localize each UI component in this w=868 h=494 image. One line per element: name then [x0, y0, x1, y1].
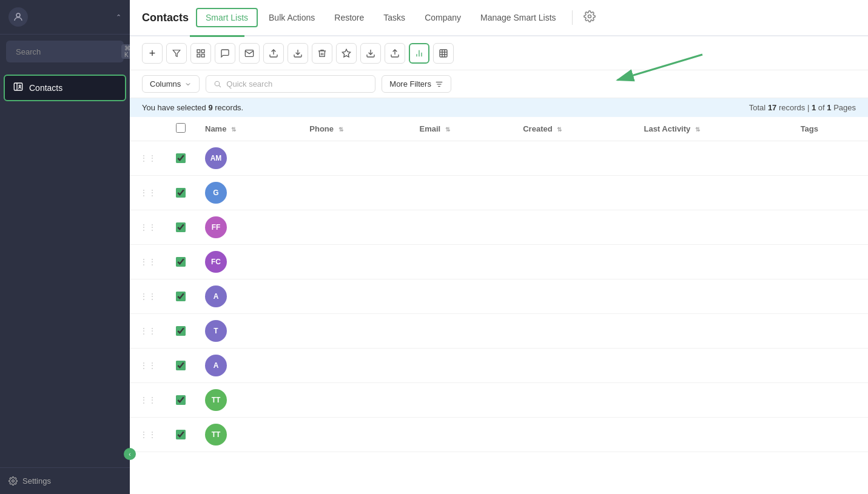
row-checkbox[interactable]: [176, 222, 186, 232]
row-checkbox[interactable]: [176, 361, 186, 370]
settings-icon: [8, 476, 18, 486]
last-activity-sort-icon: ⇅: [695, 126, 700, 133]
row-checkbox[interactable]: [176, 292, 186, 301]
row-checkbox[interactable]: [176, 395, 186, 405]
sidebar-search-input[interactable]: [16, 47, 118, 56]
checkbox-col-header[interactable]: [166, 117, 195, 141]
tab-bulk-actions[interactable]: Bulk Actions: [260, 2, 323, 35]
drag-handle-icon[interactable]: ⋮⋮: [140, 292, 156, 301]
checkbox-cell[interactable]: [166, 141, 195, 176]
avatar-cell[interactable]: A: [195, 349, 300, 383]
selected-count: 9: [208, 103, 212, 112]
drag-handle-icon[interactable]: ⋮⋮: [140, 326, 156, 336]
email-col-header[interactable]: Email ⇅: [409, 117, 513, 141]
sidebar-settings[interactable]: Settings: [0, 467, 130, 494]
columns-button[interactable]: Columns: [142, 75, 200, 93]
sms-button[interactable]: [215, 43, 235, 64]
row-checkbox[interactable]: [176, 153, 186, 163]
more-filters-label: More Filters: [389, 79, 431, 88]
drag-handle-icon[interactable]: ⋮⋮: [140, 222, 156, 232]
name-col-header[interactable]: Name ⇅: [195, 117, 300, 141]
automation-button[interactable]: [190, 43, 211, 64]
last-activity-cell: [634, 141, 790, 176]
avatar-cell[interactable]: TT: [195, 418, 300, 452]
drag-handle-icon[interactable]: ⋮⋮: [140, 395, 156, 405]
tab-tasks[interactable]: Tasks: [375, 2, 414, 35]
more-filters-button[interactable]: More Filters: [382, 75, 451, 93]
table-row: ⋮⋮ T: [130, 314, 868, 349]
table-body: ⋮⋮ AM ⋮⋮ G ⋮⋮: [130, 141, 868, 452]
contacts-icon: [13, 82, 23, 94]
row-checkbox[interactable]: [176, 188, 186, 198]
import-button[interactable]: [263, 43, 284, 64]
sidebar-item-contacts[interactable]: Contacts: [4, 75, 126, 101]
quick-search-input[interactable]: [226, 79, 368, 88]
created-col-header[interactable]: Created ⇅: [513, 117, 634, 141]
svg-line-27: [219, 85, 221, 87]
phone-cell: [300, 383, 409, 418]
phone-cell: [300, 210, 409, 245]
last-activity-cell: [634, 279, 790, 314]
star-button[interactable]: [336, 43, 357, 64]
profile-chevron-icon: ⌃: [116, 13, 121, 21]
avatar-cell[interactable]: TT: [195, 383, 300, 418]
drag-handle-icon[interactable]: ⋮⋮: [140, 257, 156, 267]
tab-restore[interactable]: Restore: [326, 2, 372, 35]
row-checkbox[interactable]: [176, 326, 186, 336]
checkbox-cell[interactable]: [166, 314, 195, 349]
export-button[interactable]: [288, 43, 308, 64]
chevron-down-icon: [184, 81, 192, 88]
row-checkbox[interactable]: [176, 430, 186, 439]
upload-button[interactable]: [385, 43, 405, 64]
drag-handle-cell: ⋮⋮: [130, 383, 166, 418]
phone-col-header[interactable]: Phone ⇅: [300, 117, 409, 141]
filter-button[interactable]: [166, 43, 187, 64]
tab-smart-lists[interactable]: Smart Lists: [196, 8, 258, 27]
checkbox-cell[interactable]: [166, 418, 195, 452]
email-button[interactable]: [239, 43, 260, 64]
checkbox-cell[interactable]: [166, 349, 195, 383]
filter-row: Columns More Filters: [130, 70, 868, 98]
delete-button[interactable]: [312, 43, 332, 64]
drag-handle-icon[interactable]: ⋮⋮: [140, 430, 156, 439]
drag-handle-icon[interactable]: ⋮⋮: [140, 188, 156, 198]
last-activity-cell: [634, 418, 790, 452]
tab-company[interactable]: Company: [416, 2, 469, 35]
checkbox-cell[interactable]: [166, 279, 195, 314]
add-button[interactable]: +: [142, 43, 163, 64]
drag-handle-icon[interactable]: ⋮⋮: [140, 153, 156, 163]
tab-manage-smart-lists[interactable]: Manage Smart Lists: [472, 2, 565, 35]
last-activity-col-header[interactable]: Last Activity ⇅: [634, 117, 790, 141]
svg-point-6: [12, 480, 15, 482]
drag-handle-icon[interactable]: ⋮⋮: [140, 361, 156, 370]
avatar-cell[interactable]: G: [195, 176, 300, 210]
total-count: 17: [768, 103, 776, 112]
table-row: ⋮⋮ A: [130, 349, 868, 383]
phone-cell: [300, 314, 409, 349]
checkbox-cell[interactable]: [166, 210, 195, 245]
settings-gear-icon[interactable]: [580, 7, 599, 29]
sidebar-collapse-btn[interactable]: ‹: [124, 448, 136, 460]
table-view-button[interactable]: [433, 43, 454, 64]
svg-point-7: [588, 15, 591, 18]
created-cell: [513, 349, 634, 383]
avatar-cell[interactable]: FC: [195, 245, 300, 279]
checkbox-cell[interactable]: [166, 245, 195, 279]
checkbox-cell[interactable]: [166, 383, 195, 418]
email-cell: [409, 314, 513, 349]
avatar-cell[interactable]: AM: [195, 141, 300, 176]
row-checkbox[interactable]: [176, 257, 186, 267]
sidebar-profile[interactable]: ⌃: [0, 0, 130, 35]
chart-view-button[interactable]: [409, 43, 429, 64]
checkbox-cell[interactable]: [166, 176, 195, 210]
email-cell: [409, 349, 513, 383]
avatar-cell[interactable]: FF: [195, 210, 300, 245]
email-cell: [409, 245, 513, 279]
select-all-checkbox[interactable]: [176, 123, 186, 133]
avatar-cell[interactable]: T: [195, 314, 300, 349]
avatar-cell[interactable]: A: [195, 279, 300, 314]
download-button[interactable]: [360, 43, 381, 64]
tags-cell: [791, 349, 868, 383]
created-sort-icon: ⇅: [557, 126, 562, 133]
svg-rect-3: [14, 83, 22, 90]
